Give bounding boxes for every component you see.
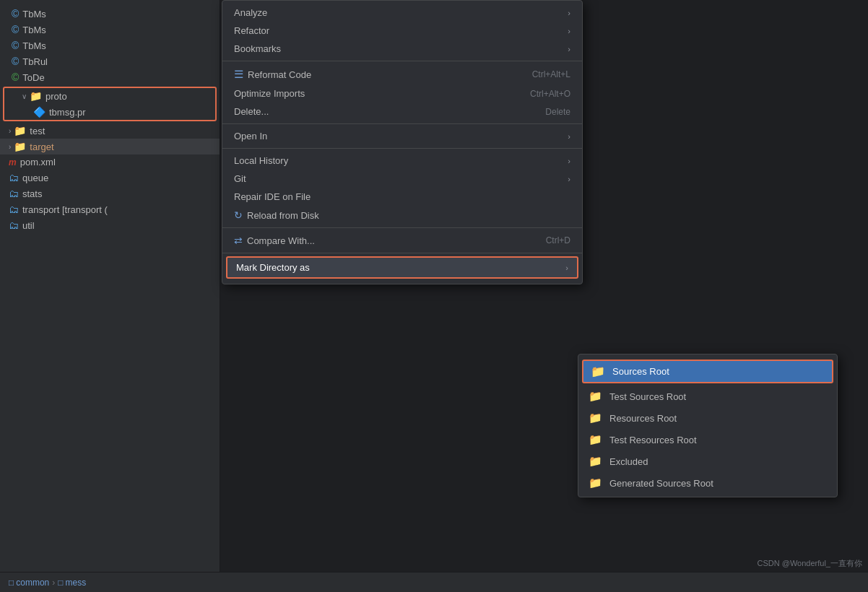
menu-item-repair-ide[interactable]: Repair IDE on File — [222, 188, 582, 206]
proto-folder-highlighted: ∨ 📁 proto 🔷 tbmsg.pr — [3, 87, 217, 121]
submenu-arrow-icon: › — [565, 264, 568, 272]
submenu-arrow-icon: › — [568, 132, 570, 141]
sidebar-item-proto[interactable]: ∨ 📁 proto — [4, 88, 215, 104]
folder-icon-orange: 📁 — [14, 141, 26, 152]
sidebar-item-tbrul[interactable]: © TbRul — [0, 53, 220, 69]
menu-item-compare-with[interactable]: ⇄ Compare With... Ctrl+D — [222, 231, 582, 250]
sidebar-item-stats[interactable]: 🗂 stats — [0, 186, 220, 201]
menu-separator — [222, 148, 582, 149]
menu-item-analyze[interactable]: Analyze › — [222, 4, 582, 22]
collapse-arrow: ∨ — [22, 92, 27, 100]
sidebar-item-transport[interactable]: 🗂 transport [transport ( — [0, 201, 220, 217]
resources-root-icon: 📁 — [589, 412, 602, 425]
compare-icon: ⇄ — [234, 235, 243, 246]
module-icon: © — [12, 8, 19, 19]
submenu-item-sources-root[interactable]: 📁 Sources Root — [582, 360, 833, 383]
menu-item-bookmarks[interactable]: Bookmarks › — [222, 40, 582, 58]
collapse-arrow: › — [9, 143, 11, 151]
submenu-arrow-icon: › — [568, 27, 570, 35]
mark-directory-submenu: 📁 Sources Root 📁 Test Sources Root 📁 Res… — [578, 354, 838, 497]
submenu-arrow-icon: › — [568, 45, 570, 53]
menu-item-mark-directory-as[interactable]: Mark Directory as › — [226, 256, 578, 279]
module-icon: © — [12, 24, 19, 35]
generated-sources-root-icon: 📁 — [589, 476, 602, 489]
menu-item-reformat[interactable]: ☰ Reformat Code Ctrl+Alt+L — [222, 64, 582, 84]
submenu-item-excluded[interactable]: 📁 Excluded — [578, 450, 837, 472]
sidebar-item-util[interactable]: 🗂 util — [0, 217, 220, 233]
collapse-arrow: › — [9, 127, 11, 135]
sidebar-item-tbms1[interactable]: © TbMs — [0, 6, 220, 22]
sidebar: © TbMs © TbMs © TbMs © TbRul © ToDe ∨ � — [0, 0, 220, 592]
menu-item-delete[interactable]: Delete... Delete — [222, 103, 582, 121]
breadcrumb-item-common[interactable]: □ common — [9, 578, 49, 588]
breadcrumb-item-mess[interactable]: □ mess — [58, 578, 86, 588]
module-icon: © — [12, 56, 19, 67]
module-icon: 🗂 — [9, 219, 19, 231]
submenu-arrow-icon: › — [568, 175, 570, 183]
sidebar-item-pom[interactable]: m pom.xml — [0, 154, 220, 170]
maven-icon: m — [9, 157, 17, 167]
submenu-item-resources-root[interactable]: 📁 Resources Root — [578, 407, 837, 429]
sidebar-item-target[interactable]: › 📁 target — [0, 139, 220, 154]
watermark: CSDN @Wonderful_一直有你 — [758, 558, 862, 569]
menu-separator — [222, 61, 582, 61]
menu-item-reload[interactable]: ↻ Reload from Disk — [222, 206, 582, 225]
sidebar-item-tbms2[interactable]: © TbMs — [0, 22, 220, 38]
sidebar-item-todev[interactable]: © ToDe — [0, 69, 220, 85]
module-icon: 🗂 — [9, 188, 19, 199]
sidebar-item-queue[interactable]: 🗂 queue — [0, 170, 220, 186]
module-icon: 🗂 — [9, 204, 19, 215]
folder-icon: 📁 — [30, 90, 42, 102]
test-sources-root-icon: 📁 — [589, 390, 602, 403]
module-icon: © — [12, 71, 19, 83]
test-resources-root-icon: 📁 — [589, 433, 602, 446]
sidebar-item-tbms3[interactable]: © TbMs — [0, 38, 220, 53]
submenu-item-test-sources-root[interactable]: 📁 Test Sources Root — [578, 386, 837, 407]
reload-icon: ↻ — [234, 209, 243, 221]
breadcrumb-separator: › — [52, 578, 55, 588]
sources-root-icon: 📁 — [591, 365, 605, 378]
proto-file-icon: 🔷 — [33, 106, 45, 118]
module-icon: © — [12, 40, 19, 51]
menu-separator — [222, 253, 582, 253]
submenu-item-generated-sources-root[interactable]: 📁 Generated Sources Root — [578, 472, 837, 494]
menu-separator — [222, 227, 582, 228]
excluded-icon: 📁 — [589, 455, 602, 468]
submenu-arrow-icon: › — [568, 157, 570, 165]
menu-item-refactor[interactable]: Refactor › — [222, 22, 582, 40]
menu-item-open-in[interactable]: Open In › — [222, 127, 582, 145]
breadcrumb-bar: □ common › □ mess — [0, 572, 868, 592]
submenu-arrow-icon: › — [568, 9, 570, 17]
menu-item-git[interactable]: Git › — [222, 170, 582, 188]
context-menu: Analyze › Refactor › Bookmarks › ☰ Refor… — [222, 0, 583, 284]
sidebar-item-tbmsg-proto[interactable]: 🔷 tbmsg.pr — [4, 104, 215, 120]
module-icon: 🗂 — [9, 172, 19, 183]
submenu-item-test-resources-root[interactable]: 📁 Test Resources Root — [578, 429, 837, 450]
breadcrumb-module-icon: □ — [58, 578, 63, 588]
menu-item-optimize[interactable]: Optimize Imports Ctrl+Alt+O — [222, 84, 582, 103]
folder-icon: 📁 — [14, 125, 26, 136]
menu-separator — [222, 123, 582, 124]
breadcrumb-module-icon: □ — [9, 578, 14, 588]
menu-item-local-history[interactable]: Local History › — [222, 152, 582, 170]
reformat-icon: ☰ — [234, 68, 243, 81]
sidebar-item-test[interactable]: › 📁 test — [0, 123, 220, 139]
